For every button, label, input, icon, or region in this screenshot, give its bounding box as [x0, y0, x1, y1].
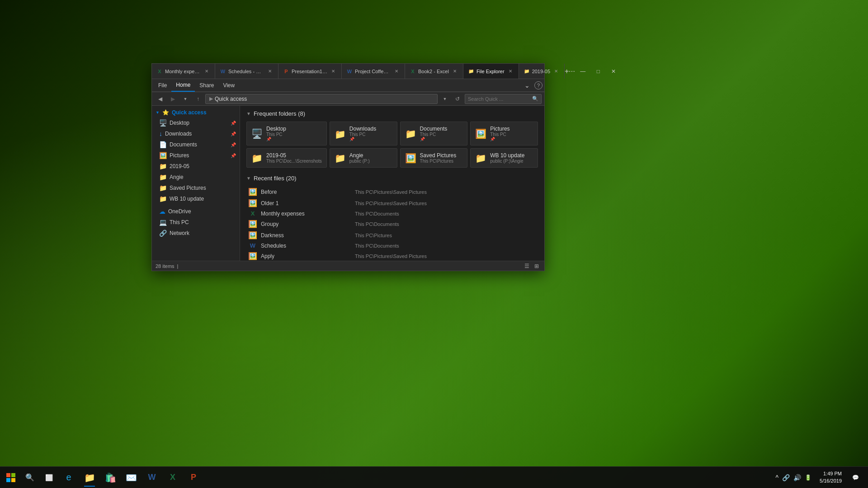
- recent-files-toggle[interactable]: ▼: [246, 176, 251, 181]
- ribbon-tab-file[interactable]: File: [154, 79, 171, 92]
- folder-card-wb10[interactable]: 📁 WB 10 update public (P:)\Angie: [470, 148, 538, 168]
- taskbar-mail[interactable]: ✉️: [121, 468, 141, 488]
- path-box[interactable]: ▶ Quick access: [205, 94, 438, 104]
- taskbar-excel[interactable]: X: [163, 468, 183, 488]
- svg-rect-1: [11, 473, 15, 477]
- path-dropdown-button[interactable]: ▼: [439, 94, 450, 104]
- tab-schedules-word[interactable]: W Schedules - Word ✕: [215, 64, 278, 79]
- list-item[interactable]: 🖼️ Groupy This PC\Documents: [246, 218, 538, 230]
- ie-icon: e: [66, 472, 71, 483]
- folder-card-pictures[interactable]: 🖼️ Pictures This PC 📌: [470, 122, 538, 145]
- task-view-button[interactable]: ⬜: [40, 469, 58, 487]
- sidebar-item-documents[interactable]: 📄 Documents 📌: [152, 139, 240, 150]
- tab-close-monthly[interactable]: ✕: [203, 68, 210, 75]
- sidebar-item-desktop[interactable]: 🖥️ Desktop 📌: [152, 117, 240, 128]
- taskbar-powerpoint[interactable]: P: [184, 468, 203, 488]
- tab-menu-button[interactable]: ⋯: [569, 64, 575, 79]
- sidebar-documents-label: Documents: [170, 141, 228, 148]
- sidebar-item-pictures[interactable]: 🖼️ Pictures 📌: [152, 150, 240, 161]
- pictures-pin: 📌: [490, 137, 509, 141]
- detail-view-button[interactable]: ☰: [523, 262, 531, 270]
- tab-project-coffee[interactable]: W Project Coffee - ... ✕: [342, 64, 405, 79]
- battery-icon[interactable]: 🔋: [805, 474, 811, 481]
- tab-close-schedules[interactable]: ✕: [266, 68, 274, 75]
- tab-book2-excel[interactable]: X Book2 - Excel ✕: [405, 64, 463, 79]
- ppt-tab-icon: P: [283, 68, 289, 75]
- sidebar-item-downloads[interactable]: ↓ Downloads 📌: [152, 128, 240, 139]
- taskbar-ie[interactable]: e: [59, 468, 79, 488]
- folder-card-saved-pictures[interactable]: 🖼️ Saved Pictures This PC\Pictures: [400, 148, 468, 168]
- list-item[interactable]: 🖼️ Before This PC\Pictures\Saved Picture…: [246, 186, 538, 197]
- search-box[interactable]: 🔍: [465, 94, 542, 104]
- folder-card-2019-05[interactable]: 📁 2019-05 This PC\Doc...\Screenshots: [246, 148, 327, 168]
- ribbon-tab-share[interactable]: Share: [195, 79, 218, 92]
- folder-card-desktop[interactable]: 🖥️ Desktop This PC 📌: [246, 122, 327, 145]
- sidebar-item-2019-05[interactable]: 📁 2019-05: [152, 161, 240, 172]
- list-item[interactable]: 🖼️ Apply This PC\Pictures\Saved Pictures: [246, 250, 538, 261]
- new-tab-button[interactable]: +: [565, 64, 569, 79]
- list-item[interactable]: X Monthly expenses This PC\Documents: [246, 209, 538, 218]
- frequent-folders-toggle[interactable]: ▼: [246, 111, 251, 116]
- tile-view-button[interactable]: ⊞: [533, 262, 541, 270]
- tab-presentation[interactable]: P Presentation1 - ... ✕: [278, 64, 342, 79]
- ribbon-tab-home[interactable]: Home: [171, 79, 195, 92]
- folder-card-angie[interactable]: 📁 Angie public (P:): [330, 148, 397, 168]
- taskbar-word[interactable]: W: [142, 468, 162, 488]
- downloads-icon: ↓: [159, 130, 162, 137]
- maximize-button[interactable]: □: [590, 64, 606, 79]
- network-tray-icon[interactable]: 🔗: [782, 474, 790, 481]
- notifications-button[interactable]: 💬: [846, 469, 864, 487]
- sidebar-thispc-label: This PC: [170, 219, 236, 225]
- sound-icon[interactable]: 🔊: [793, 474, 801, 481]
- folder-card-documents[interactable]: 📁 Documents This PC 📌: [400, 122, 468, 145]
- taskbar-store[interactable]: 🛍️: [100, 468, 120, 488]
- wb10-folder-info: WB 10 update public (P:)\Angie: [490, 152, 524, 164]
- sidebar-item-network[interactable]: 🔗 Network: [152, 228, 240, 239]
- sidebar-item-onedrive[interactable]: ☁ OneDrive: [152, 206, 240, 217]
- file-name-before: Before: [261, 189, 351, 195]
- tab-file-explorer[interactable]: 📁 File Explorer ✕: [463, 64, 519, 79]
- ribbon-tab-view[interactable]: View: [218, 79, 239, 92]
- search-input[interactable]: [468, 96, 530, 102]
- start-button[interactable]: [2, 469, 20, 487]
- list-item[interactable]: W Schedules This PC\Documents: [246, 241, 538, 250]
- recent-locations-button[interactable]: ▼: [180, 94, 191, 104]
- tab-close-explorer[interactable]: ✕: [507, 68, 514, 75]
- sidebar-wb10-label: WB 10 update: [170, 196, 236, 202]
- tab-monthly-expenses[interactable]: X Monthly expens... ✕: [152, 64, 215, 79]
- quick-access-header[interactable]: ▼ ⭐ Quick access: [152, 108, 240, 117]
- ribbon-help-button[interactable]: ?: [534, 81, 542, 89]
- file-icon-darkness: 🖼️: [248, 231, 257, 239]
- file-icon-before: 🖼️: [248, 188, 257, 196]
- up-button[interactable]: ↑: [193, 94, 203, 104]
- desktop-folder-icon: 🖥️: [251, 128, 263, 139]
- sidebar-item-thispc[interactable]: 💻 This PC: [152, 217, 240, 228]
- taskbar-file-explorer[interactable]: 📁: [80, 468, 99, 488]
- forward-button[interactable]: ▶: [167, 94, 178, 104]
- back-button[interactable]: ◀: [155, 94, 165, 104]
- sidebar-item-wb10[interactable]: 📁 WB 10 update: [152, 193, 240, 204]
- tab-close-2019[interactable]: ✕: [552, 68, 560, 75]
- sidebar-angie-label: Angie: [170, 174, 236, 180]
- ribbon-collapse-button[interactable]: ⌄: [522, 80, 533, 91]
- tab-close-presentation[interactable]: ✕: [330, 68, 337, 75]
- recent-files-title: Recent files (20): [254, 175, 297, 182]
- downloads-folder-icon: 📁↓: [335, 127, 346, 140]
- list-item[interactable]: 🖼️ Older 1 This PC\Pictures\Saved Pictur…: [246, 197, 538, 209]
- close-button[interactable]: ✕: [606, 64, 621, 79]
- excel-tab2-icon: X: [410, 68, 416, 75]
- refresh-button[interactable]: ↺: [452, 94, 463, 104]
- tab-presentation-label: Presentation1 - ...: [292, 69, 327, 74]
- folder-card-downloads[interactable]: 📁↓ Downloads This PC 📌: [330, 122, 397, 145]
- tab-close-book2[interactable]: ✕: [451, 68, 458, 75]
- chevron-up-icon[interactable]: ^: [775, 474, 778, 481]
- taskbar-clock[interactable]: 1:49 PM 5/16/2019: [817, 469, 844, 485]
- tab-close-project[interactable]: ✕: [393, 68, 400, 75]
- sidebar-item-saved-pictures[interactable]: 📁 Saved Pictures: [152, 183, 240, 193]
- minimize-button[interactable]: —: [575, 64, 590, 79]
- list-item[interactable]: 🖼️ Darkness This PC\Pictures: [246, 230, 538, 241]
- tab-2019-05[interactable]: 📁 2019-05 ✕: [519, 64, 565, 79]
- search-taskbar-button[interactable]: 🔍: [21, 469, 39, 487]
- sidebar-item-angie[interactable]: 📁 Angie: [152, 172, 240, 183]
- sidebar-pictures-label: Pictures: [170, 152, 228, 159]
